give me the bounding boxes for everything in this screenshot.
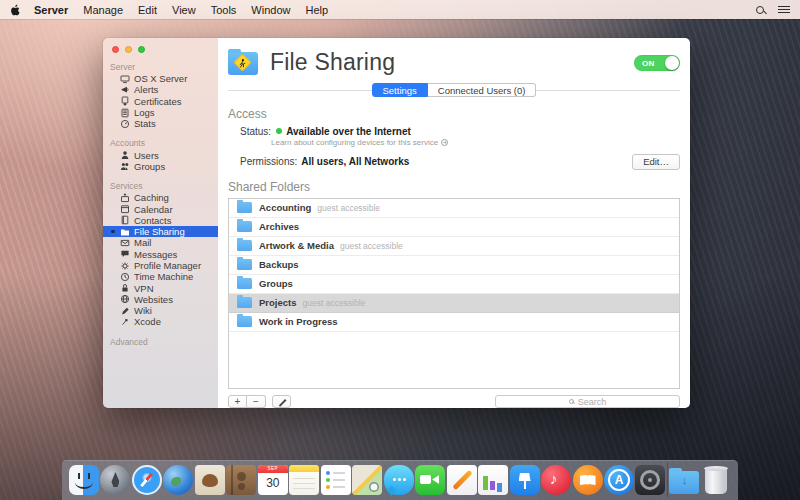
shared-folder-row[interactable]: Archives <box>229 218 679 237</box>
sidebar-item-file-sharing[interactable]: File Sharing <box>103 226 218 237</box>
sidebar-item-xcode[interactable]: Xcode <box>103 316 218 327</box>
sidebar-item-groups[interactable]: Groups <box>103 161 218 172</box>
shared-folders-list: Accountingguest accessibleArchivesArtwor… <box>228 198 680 389</box>
sidebar-item-calendar[interactable]: Calendar <box>103 203 218 214</box>
status-row: Status: Available over the Internet <box>240 126 680 137</box>
mail-icon <box>120 238 130 248</box>
toggle-knob <box>665 56 679 70</box>
folder-name: Artwork & Media <box>259 240 334 251</box>
dock-item-launchpad[interactable] <box>100 465 130 495</box>
dock-item-globe-app[interactable] <box>163 465 193 495</box>
sidebar-item-caching[interactable]: Caching <box>103 192 218 203</box>
dock-item-calendar[interactable]: SEP30 <box>258 465 288 495</box>
zoom-button[interactable] <box>138 46 145 53</box>
dock-item-reminders[interactable] <box>321 465 351 495</box>
server-icon <box>120 74 130 84</box>
remove-folder-button[interactable]: − <box>247 395 266 408</box>
status-value: Available over the Internet <box>286 126 411 137</box>
shared-folder-row[interactable]: Groups <box>229 275 679 294</box>
sidebar-item-label: Wiki <box>134 305 152 316</box>
shared-folder-row[interactable]: Accountingguest accessible <box>229 199 679 218</box>
sidebar-item-label: Logs <box>134 107 155 118</box>
logs-icon <box>120 108 130 118</box>
dock-item-keynote[interactable] <box>510 465 540 495</box>
file-sharing-icon <box>228 52 258 75</box>
apple-menu-icon[interactable] <box>10 4 20 16</box>
dock-item-mail[interactable] <box>195 465 225 495</box>
dock-item-contacts[interactable] <box>226 465 256 495</box>
folder-name: Backups <box>259 259 299 270</box>
menu-item-server[interactable]: Server <box>34 4 68 16</box>
shared-folder-row[interactable]: Backups <box>229 256 679 275</box>
permissions-row: Permissions: All users, All Networks Edi… <box>240 154 680 170</box>
dock-item-messages[interactable] <box>384 465 414 495</box>
dock-item-trash[interactable] <box>705 468 727 494</box>
menu-item-manage[interactable]: Manage <box>83 4 123 16</box>
folder-note: guest accessible <box>317 203 380 213</box>
dock-item-facetime[interactable] <box>415 465 445 495</box>
dock-item-pages[interactable] <box>447 465 477 495</box>
sharing-sign-icon <box>233 53 251 71</box>
sidebar-item-time-machine[interactable]: Time Machine <box>103 271 218 282</box>
menu-item-help[interactable]: Help <box>305 4 328 16</box>
dock-item-finder[interactable] <box>69 465 99 495</box>
shared-folder-row[interactable]: Work in Progress <box>229 313 679 332</box>
sidebar-section-server: Server <box>103 62 218 73</box>
globe-icon <box>120 294 130 304</box>
sidebar-item-contacts[interactable]: Contacts <box>103 215 218 226</box>
dock-item-downloads-folder[interactable] <box>669 471 699 494</box>
dock-item-maps[interactable] <box>352 465 382 495</box>
sidebar-item-alerts[interactable]: Alerts <box>103 84 218 95</box>
notification-center-icon[interactable] <box>778 5 790 14</box>
group-icon <box>120 161 130 171</box>
dock-item-safari[interactable] <box>132 465 162 495</box>
sidebar-item-os-x-server[interactable]: OS X Server <box>103 73 218 84</box>
dock-item-notes[interactable] <box>289 465 319 495</box>
menu-item-view[interactable]: View <box>172 4 196 16</box>
dock-item-itunes[interactable] <box>541 465 571 495</box>
minimize-button[interactable] <box>125 46 132 53</box>
sidebar-item-stats[interactable]: Stats <box>103 118 218 129</box>
dock-item-numbers[interactable] <box>478 465 508 495</box>
service-on-off-toggle[interactable]: ON <box>634 55 680 71</box>
spotlight-search-icon[interactable] <box>756 6 764 14</box>
tab-settings[interactable]: Settings <box>372 83 428 97</box>
edit-folder-button[interactable] <box>272 395 291 408</box>
shared-folder-row[interactable]: Projectsguest accessible <box>229 294 679 313</box>
status-green-dot <box>276 128 282 134</box>
sidebar-item-logs[interactable]: Logs <box>103 107 218 118</box>
menu-item-edit[interactable]: Edit <box>138 4 157 16</box>
search-field[interactable]: Search <box>495 395 680 408</box>
permissions-value: All users, All Networks <box>301 156 409 167</box>
sidebar-item-profile-manager[interactable]: Profile Manager <box>103 260 218 271</box>
folder-note: guest accessible <box>340 241 403 251</box>
sidebar-item-mail[interactable]: Mail <box>103 237 218 248</box>
sidebar-item-wiki[interactable]: Wiki <box>103 305 218 316</box>
dock-item-app-store[interactable] <box>604 465 634 495</box>
desktop: ServerManageEditViewToolsWindowHelp Serv… <box>0 0 800 500</box>
folder-name: Archives <box>259 221 299 232</box>
menu-item-window[interactable]: Window <box>251 4 290 16</box>
sidebar-item-websites[interactable]: Websites <box>103 294 218 305</box>
sidebar-item-certificates[interactable]: Certificates <box>103 96 218 107</box>
folder-icon <box>237 316 252 327</box>
sidebar-item-label: Contacts <box>134 215 172 226</box>
sidebar: ServerOS X ServerAlertsCertificatesLogsS… <box>103 38 218 408</box>
dock-item-system-preferences[interactable] <box>635 465 665 495</box>
learn-link[interactable]: Learn about configuring devices for this… <box>271 138 680 147</box>
menu-item-tools[interactable]: Tools <box>211 4 237 16</box>
tab-connected-users-0-[interactable]: Connected Users (0) <box>428 83 537 97</box>
sidebar-item-vpn[interactable]: VPN <box>103 282 218 293</box>
user-icon <box>120 150 130 160</box>
folder-name: Projects <box>259 297 297 308</box>
add-folder-button[interactable]: + <box>228 395 247 408</box>
alerts-icon <box>120 85 130 95</box>
sidebar-item-users[interactable]: Users <box>103 149 218 160</box>
search-icon <box>569 399 574 404</box>
sidebar-item-messages[interactable]: Messages <box>103 249 218 260</box>
close-button[interactable] <box>112 46 119 53</box>
dock-item-ibooks[interactable] <box>573 465 603 495</box>
clock-icon <box>120 272 130 282</box>
shared-folder-row[interactable]: Artwork & Mediaguest accessible <box>229 237 679 256</box>
edit-permissions-button[interactable]: Edit… <box>632 154 680 170</box>
